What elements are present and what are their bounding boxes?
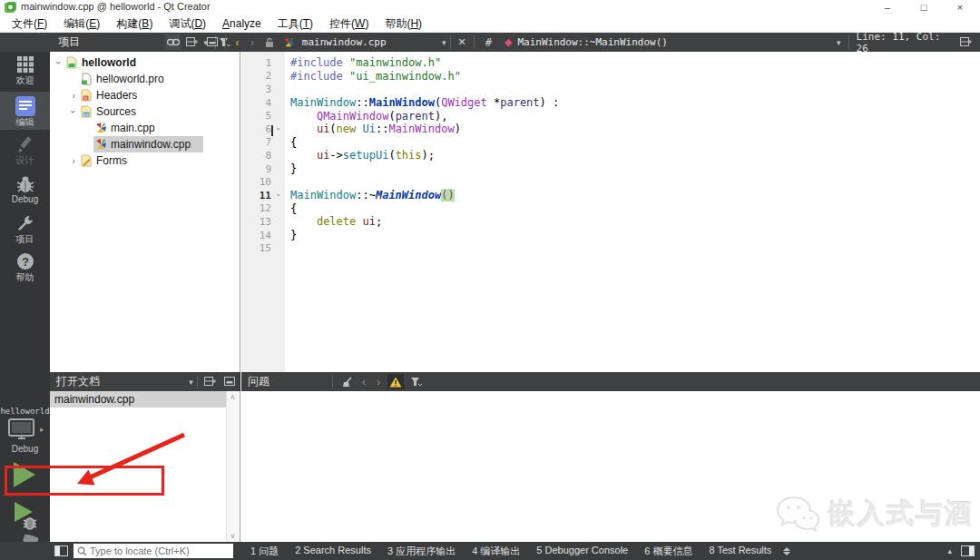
output-tab-6[interactable]: 6 概要信息 — [636, 545, 701, 558]
macro-hash-icon[interactable]: # — [485, 36, 492, 49]
edit-icon — [0, 96, 50, 116]
scroll-down-icon[interactable]: ∨ — [227, 532, 239, 540]
kit-selector-monitor-icon[interactable] — [7, 418, 36, 442]
output-tab-1[interactable]: 1 问题 — [242, 545, 287, 558]
qt-creator-app-icon — [5, 2, 16, 14]
menu-item-W[interactable]: 控件(W) — [321, 16, 377, 32]
menu-item-F[interactable]: 文件(F) — [4, 16, 55, 32]
toggle-right-sidebar-icon[interactable] — [961, 545, 975, 556]
chevron-collapsed-icon[interactable]: › — [68, 90, 79, 101]
mode-tab-项目[interactable]: 项目 — [0, 213, 50, 251]
split-new-icon[interactable] — [184, 34, 200, 50]
prev-issue-icon[interactable]: ‹ — [362, 376, 366, 388]
menu-bar: 文件(F)编辑(E)构建(B)调试(D)Analyze工具(T)控件(W)帮助(… — [0, 15, 980, 33]
tree-label: Forms — [96, 154, 127, 167]
menu-item-D[interactable]: 调试(D) — [161, 16, 214, 32]
tree-row-Sources[interactable]: ›c+Sources — [50, 103, 240, 120]
run-debug-button[interactable] — [12, 500, 39, 531]
code-line-5[interactable]: 5 QMainWindow(parent), — [241, 109, 980, 123]
scroll-up-icon[interactable]: ∧ — [227, 393, 239, 401]
line-number: 13 — [241, 216, 271, 228]
code-editor[interactable]: 1#include "mainwindow.h"2#include "ui_ma… — [241, 52, 980, 372]
menu-item-E[interactable]: 编辑(E) — [55, 16, 108, 32]
close-button[interactable]: × — [942, 0, 978, 15]
locate-input[interactable] — [90, 545, 226, 556]
line-number: 3 — [241, 84, 271, 95]
open-file-selector[interactable]: mainwindow.cpp ▾ — [299, 36, 446, 48]
cpp-icon — [93, 138, 107, 151]
output-tab-3[interactable]: 3 应用程序输出 — [379, 545, 464, 558]
link-with-editor-icon[interactable] — [165, 34, 181, 50]
fold-marker-icon[interactable]: › — [271, 191, 285, 200]
symbol-selector[interactable]: MainWindow::~MainWindow() ▾ — [517, 36, 844, 48]
close-pane-icon[interactable] — [222, 374, 238, 389]
chevron-collapsed-icon[interactable]: › — [68, 155, 79, 166]
tree-row-main.cpp[interactable]: main.cpp — [50, 120, 240, 136]
tree-row-Headers[interactable]: ›hHeaders — [50, 87, 240, 103]
maximize-output-icon[interactable]: ▴ — [947, 546, 952, 555]
mode-tab-帮助[interactable]: ?帮助 — [0, 251, 50, 290]
line-number: 12 — [241, 202, 271, 214]
output-tab-4[interactable]: 4 编译输出 — [464, 545, 528, 558]
code-line-7[interactable]: 7{ — [241, 136, 980, 150]
code-line-14[interactable]: 14} — [241, 229, 980, 242]
output-tab-7[interactable]: 8 Test Results — [701, 545, 779, 558]
line-number: 6 — [241, 123, 271, 135]
output-tab-5[interactable]: 5 Debugger Console — [528, 545, 636, 558]
code-line-8[interactable]: 8 ui->setupUi(this); — [241, 149, 980, 162]
kit-expand-arrow-icon[interactable]: ▸ — [40, 425, 44, 434]
menu-item-T[interactable]: 工具(T) — [270, 16, 321, 32]
code-line-10[interactable]: 10 — [241, 175, 980, 189]
minimize-button[interactable]: – — [869, 0, 906, 15]
code-line-11[interactable]: 11›MainWindow::~MainWindow() — [241, 189, 980, 202]
close-split-icon[interactable] — [204, 34, 220, 50]
code-line-2[interactable]: 2#include "ui_mainwindow.h" — [241, 70, 980, 84]
output-panes-menu-icon[interactable] — [783, 547, 790, 555]
code-line-13[interactable]: 13 delete ui; — [241, 215, 980, 229]
output-tab-2[interactable]: 2 Search Results — [287, 545, 379, 558]
locator[interactable] — [74, 544, 233, 558]
fold-marker-icon[interactable]: › — [271, 124, 285, 133]
close-document-icon[interactable]: ✕ — [458, 36, 466, 48]
menu-item-H[interactable]: 帮助(H) — [377, 16, 430, 32]
forward-icon[interactable]: › — [250, 35, 254, 49]
menu-item-A[interactable]: Analyze — [214, 17, 270, 30]
code-line-1[interactable]: 1#include "mainwindow.h" — [241, 56, 980, 70]
code-line-12[interactable]: 12{ — [241, 202, 980, 216]
editor-toolbar: ‹ › mainwindow.cpp ▾ ✕ # ◆ MainWindow::~… — [163, 33, 980, 52]
back-icon[interactable]: ‹ — [235, 35, 239, 49]
debug-icon — [0, 174, 50, 194]
open-documents-selector[interactable]: 打开文档 ▾ — [50, 374, 193, 389]
symbol-kind-icon: ◆ — [505, 36, 512, 48]
scrollbar[interactable]: ∧ ∨ — [226, 391, 239, 542]
svg-text:c+: c+ — [83, 112, 89, 117]
next-issue-icon[interactable]: › — [377, 376, 380, 388]
chevron-expanded-icon[interactable]: › — [68, 106, 79, 117]
mode-tab-label: 帮助 — [0, 271, 50, 284]
tree-row-mainwindow.cpp[interactable]: mainwindow.cpp — [50, 136, 240, 152]
split-editor-icon[interactable] — [959, 34, 975, 50]
chevron-expanded-icon[interactable]: › — [54, 57, 64, 68]
code-line-15[interactable]: 15 — [241, 241, 980, 255]
chevron-down-icon: ▾ — [442, 38, 446, 47]
tree-row-Forms[interactable]: ›Forms — [50, 152, 240, 169]
code-text: { — [285, 202, 297, 215]
maximize-button[interactable]: □ — [906, 0, 942, 15]
menu-item-B[interactable]: 构建(B) — [108, 16, 161, 32]
code-line-6[interactable]: 6› ui(new Ui::MainWindow) — [241, 123, 980, 136]
mode-tab-欢迎[interactable]: 欢迎 — [0, 54, 50, 93]
mode-tab-编辑[interactable]: 编辑 — [0, 92, 50, 130]
filter-icon[interactable] — [407, 374, 424, 389]
toggle-left-sidebar-icon[interactable] — [54, 545, 68, 556]
tree-label: main.cpp — [111, 122, 155, 134]
code-line-3[interactable]: 3 — [241, 83, 980, 96]
tree-row-helloworld.pro[interactable]: helloworld.pro — [50, 71, 240, 87]
mode-tab-Debug[interactable]: Debug — [0, 174, 50, 212]
code-line-9[interactable]: 9} — [241, 162, 980, 176]
code-line-4[interactable]: 4MainWindow::MainWindow(QWidget *parent)… — [241, 96, 980, 110]
show-warnings-toggle[interactable] — [387, 374, 404, 389]
open-document-item[interactable]: mainwindow.cpp — [50, 391, 227, 408]
split-new-icon[interactable] — [203, 374, 219, 389]
clean-broom-icon[interactable] — [338, 374, 355, 389]
tree-row-helloworld[interactable]: ›helloworld — [50, 54, 240, 71]
